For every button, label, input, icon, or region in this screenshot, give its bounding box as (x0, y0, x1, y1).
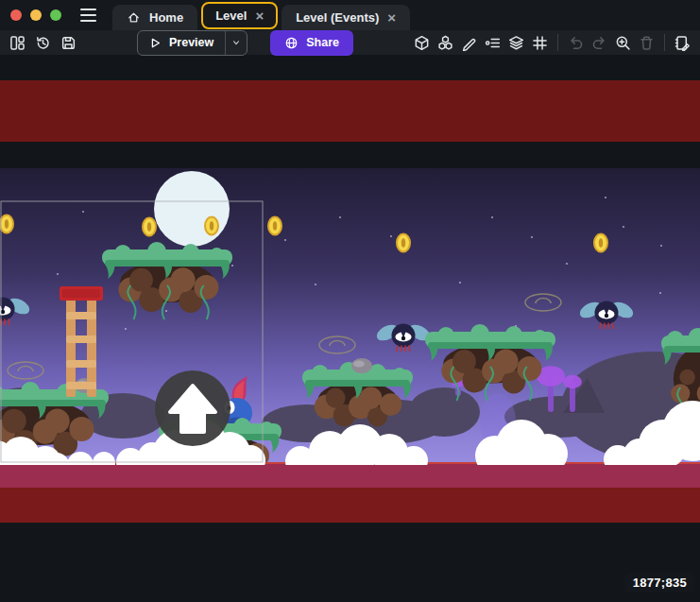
coin-object[interactable] (268, 217, 282, 235)
coin-object[interactable] (594, 234, 607, 252)
top-kill-zone-band[interactable] (0, 80, 700, 142)
tab-label: Home (149, 10, 183, 25)
redo-icon[interactable] (589, 31, 610, 54)
coin-object[interactable] (397, 234, 410, 252)
preview-label: Preview (169, 36, 213, 49)
toolbar-divider (664, 34, 665, 51)
coin-object[interactable] (143, 218, 156, 236)
bottom-kill-zone-bands[interactable] (0, 462, 700, 523)
history-icon[interactable] (32, 31, 54, 54)
panels-icon[interactable] (7, 31, 28, 54)
tab-bar: HomeLevel×Level (Events)× (112, 0, 410, 30)
cursor-coordinates-badge: 1877;835 (624, 573, 695, 593)
close-button[interactable] (10, 9, 22, 21)
tab-label: Level (215, 9, 247, 23)
coin-object[interactable] (205, 217, 218, 235)
close-tab-icon[interactable]: × (255, 9, 264, 23)
toolbar: Preview Share (0, 30, 700, 55)
coin-object[interactable] (0, 215, 13, 233)
toolbar-divider (557, 34, 558, 51)
preview-button[interactable]: Preview (138, 31, 225, 55)
home-icon (127, 10, 141, 25)
share-button[interactable]: Share (270, 30, 353, 56)
globe-icon (284, 36, 299, 50)
chevron-down-icon (231, 37, 241, 48)
minimize-button[interactable] (30, 9, 42, 21)
object-groups-icon[interactable] (435, 31, 456, 54)
traffic-lights (10, 9, 61, 21)
objects-3d-icon[interactable] (411, 31, 433, 54)
moon-object[interactable] (154, 171, 230, 247)
preview-options-button[interactable] (225, 31, 247, 55)
scene-canvas[interactable] (0, 55, 700, 602)
edit-pencil-icon[interactable] (458, 31, 480, 54)
share-label: Share (306, 36, 339, 49)
undo-icon[interactable] (565, 31, 587, 54)
tab-label: Level (Events) (296, 10, 379, 25)
instances-list-icon[interactable] (482, 31, 504, 54)
grid-icon[interactable] (529, 31, 551, 54)
play-icon (149, 37, 162, 49)
close-tab-icon[interactable]: × (387, 10, 396, 25)
tab-home[interactable]: Home (112, 5, 197, 30)
scene-properties-icon[interactable] (672, 31, 693, 54)
menu-icon[interactable] (77, 5, 100, 26)
preview-split-button: Preview (137, 30, 248, 56)
layers-icon[interactable] (505, 31, 527, 54)
delete-icon[interactable] (636, 31, 657, 54)
tab-level-events[interactable]: Level (Events)× (282, 5, 410, 30)
save-icon[interactable] (58, 31, 79, 54)
zoom-in-icon[interactable] (612, 31, 634, 54)
titlebar: HomeLevel×Level (Events)× (0, 0, 700, 30)
maximize-button[interactable] (50, 9, 61, 21)
touch-up-button-object[interactable] (155, 370, 230, 446)
tab-level[interactable]: Level× (201, 2, 278, 29)
